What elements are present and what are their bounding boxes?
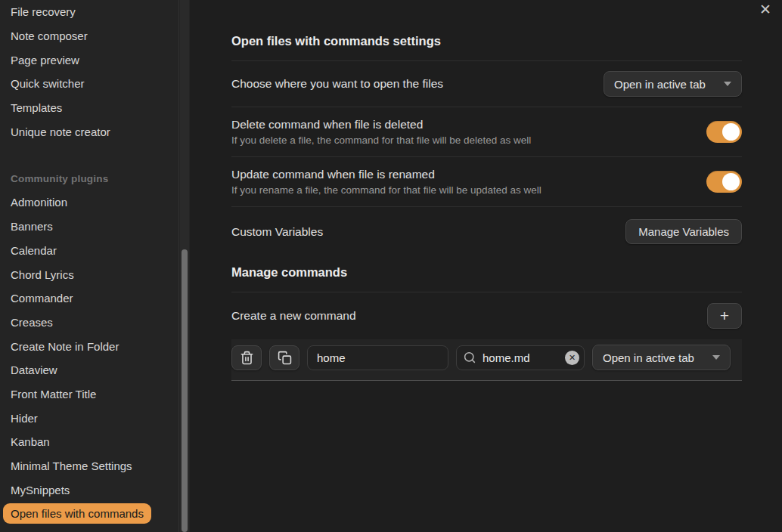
core-plugins-list: File recoveryNote composerPage previewQu… [0,0,190,144]
settings-modal: File recoveryNote composerPage previewQu… [0,0,782,532]
setting-custom-variables-name: Custom Variables [231,225,323,239]
toggle-knob [722,173,740,190]
toggle-knob [722,123,740,141]
add-command-button[interactable]: + [707,303,742,329]
sidebar-item[interactable]: Quick switcher [3,72,92,96]
setting-create-command: Create a new command + [231,292,742,335]
setting-update-command: Update command when file is renamed If y… [231,157,742,207]
duplicate-command-button[interactable] [269,345,299,370]
setting-update-command-desc: If you rename a file, the command for th… [231,184,542,196]
sidebar-item[interactable]: Templates [3,96,70,120]
command-file-search: ✕ [456,345,585,370]
sidebar-item[interactable]: Dataview [3,358,65,382]
manage-commands-heading: Manage commands [231,255,742,292]
copy-icon [278,351,292,365]
community-plugins-section-label: Community plugins [11,166,190,190]
sidebar-item[interactable]: Minimal Theme Settings [3,454,140,478]
sidebar-item[interactable]: Create Note in Folder [3,334,126,358]
clear-search-icon[interactable]: ✕ [565,351,579,365]
sidebar-item[interactable]: Chord Lyrics [3,262,82,286]
sidebar-item[interactable]: Unique note creator [3,119,118,144]
sidebar-item[interactable]: MySnippets [3,478,77,502]
sidebar-divider [178,0,179,532]
sidebar-item[interactable]: Kanban [3,430,57,454]
setting-delete-command-info: Delete command when file is deleted If y… [231,118,531,146]
update-command-toggle[interactable] [706,171,742,193]
setting-delete-command-name: Delete command when file is deleted [231,118,531,131]
command-open-location-value: Open in active tab [603,351,694,364]
setting-delete-command-desc: If you delete a file, the command for th… [231,135,531,146]
delete-command-toggle[interactable] [706,121,742,143]
open-location-dropdown-value: Open in active tab [614,78,706,91]
setting-update-command-name: Update command when file is renamed [231,168,542,181]
setting-open-location: Choose where you want to open the files … [231,61,742,107]
settings-content: ✕ Open files with commands settings Choo… [190,0,782,532]
sidebar-item[interactable]: Commander [3,286,81,311]
chevron-down-icon [712,355,720,360]
commands-list: ✕ Open in active tab [231,339,742,381]
open-location-dropdown[interactable]: Open in active tab [604,71,742,97]
manage-variables-button[interactable]: Manage Variables [625,219,742,244]
command-open-location-dropdown[interactable]: Open in active tab [592,345,731,370]
sidebar-item[interactable]: Creases [3,311,61,335]
sidebar-item[interactable]: Admonition [3,190,75,215]
search-icon [463,351,476,364]
sidebar-item[interactable]: Hider [3,406,45,430]
community-plugins-list: AdmonitionBannersCalendarChord LyricsCom… [0,190,190,524]
command-row: ✕ Open in active tab [231,345,742,370]
setting-open-location-name: Choose where you want to open the files [231,77,443,91]
delete-command-button[interactable] [231,345,262,370]
sidebar-item[interactable]: Front Matter Title [3,382,104,407]
plugin-settings-heading: Open files with commands settings [231,0,742,61]
sidebar-item[interactable]: File recovery [3,0,83,24]
setting-custom-variables: Custom Variables Manage Variables [231,207,742,255]
sidebar-item[interactable]: Banners [3,215,61,239]
chevron-down-icon [724,82,731,86]
sidebar-item[interactable]: Calendar [3,239,64,263]
close-icon[interactable]: ✕ [757,1,774,17]
sidebar-item[interactable]: Page preview [3,48,87,72]
command-name-input[interactable] [307,345,448,370]
sidebar-item[interactable]: Open files with commands [3,503,151,524]
settings-sidebar: File recoveryNote composerPage previewQu… [0,0,190,532]
sidebar-item[interactable]: Note composer [3,24,95,48]
sidebar-scrollbar-thumb[interactable] [182,249,188,532]
setting-create-command-name: Create a new command [231,309,356,323]
setting-delete-command: Delete command when file is deleted If y… [231,107,742,157]
setting-update-command-info: Update command when file is renamed If y… [231,168,542,196]
trash-icon [240,351,254,365]
